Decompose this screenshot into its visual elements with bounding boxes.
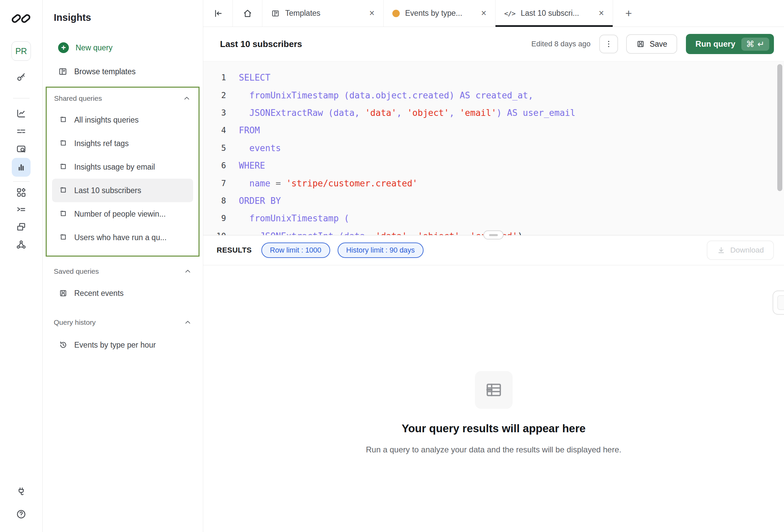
tab-label: Events by type... bbox=[405, 9, 474, 18]
plug-icon[interactable] bbox=[16, 486, 27, 497]
enter-icon: ↵ bbox=[757, 39, 764, 49]
home-button[interactable] bbox=[233, 0, 262, 27]
run-query-button[interactable]: Run query ⌘ ↵ bbox=[686, 34, 774, 54]
sidebar-item-users-who-have-run-a-qu[interactable]: Users who have run a qu... bbox=[52, 226, 193, 249]
app-logo-icon[interactable] bbox=[10, 12, 32, 25]
doc-search-icon[interactable] bbox=[16, 144, 27, 155]
line-number: 6 bbox=[203, 161, 226, 170]
orange-dot-icon bbox=[392, 10, 400, 17]
save-button[interactable]: Save bbox=[626, 34, 677, 54]
new-query-button[interactable]: + New query bbox=[43, 38, 203, 57]
key-icon[interactable] bbox=[16, 72, 27, 82]
insights-sidebar: Insights + New query Browse templates Sh… bbox=[43, 0, 203, 532]
plus-circle-icon: + bbox=[58, 42, 69, 53]
saved-queries-title: Saved queries bbox=[54, 267, 99, 275]
sidebar-item-insights-ref-tags[interactable]: Insights ref tags bbox=[52, 132, 193, 155]
windows-icon[interactable] bbox=[16, 222, 27, 232]
shared-queries-list: All insights queriesInsights ref tagsIns… bbox=[47, 108, 198, 249]
code-text: FROM bbox=[226, 125, 260, 135]
tab-events-by-type[interactable]: Events by type...× bbox=[384, 0, 496, 27]
shared-query-icon bbox=[59, 115, 67, 124]
tab-templates[interactable]: Templates× bbox=[262, 0, 384, 27]
table-icon bbox=[475, 371, 512, 409]
chevron-up-icon[interactable] bbox=[183, 94, 191, 103]
code-line: 9 fromUnixTimestamp ( bbox=[203, 209, 784, 227]
query-history-header[interactable]: Query history bbox=[43, 313, 203, 332]
template-icon bbox=[271, 9, 280, 18]
side-panel-toggle-inner bbox=[777, 295, 784, 310]
results-area: Your query results will appear here Run … bbox=[203, 265, 784, 532]
query-history-title: Query history bbox=[54, 318, 96, 327]
shapes-icon[interactable] bbox=[16, 187, 27, 198]
save-label: Save bbox=[650, 39, 667, 49]
empty-results-title: Your query results will appear here bbox=[339, 422, 648, 435]
line-chart-icon[interactable] bbox=[16, 108, 27, 119]
avatar[interactable]: PR bbox=[11, 41, 31, 61]
tab-last-10-subscri[interactable]: </>Last 10 subscri...× bbox=[496, 0, 613, 27]
empty-results-state: Your query results will appear here Run … bbox=[339, 371, 648, 456]
code-text: JSONExtractRaw (data, 'data', 'object', … bbox=[226, 108, 576, 118]
close-icon[interactable]: × bbox=[368, 8, 376, 19]
resize-handle-grip bbox=[489, 234, 498, 236]
bar-chart-icon-active[interactable] bbox=[12, 158, 31, 177]
collapse-sidebar-button[interactable] bbox=[203, 0, 233, 27]
shared-query-icon bbox=[59, 186, 67, 195]
browse-templates-label: Browse templates bbox=[74, 67, 136, 76]
code-lines: 1SELECT2 fromUnixTimestamp (data.object.… bbox=[203, 61, 784, 235]
webhook-icon[interactable] bbox=[16, 239, 27, 250]
line-number: 10 bbox=[203, 231, 226, 235]
code-text: WHERE bbox=[226, 161, 265, 171]
sidebar-item-all-insights-queries[interactable]: All insights queries bbox=[52, 108, 193, 132]
code-line: 7 name = 'stripe/customer.created' bbox=[203, 174, 784, 192]
browse-templates-button[interactable]: Browse templates bbox=[43, 62, 203, 81]
shared-queries-header[interactable]: Shared queries bbox=[47, 92, 198, 105]
saved-queries-list: Recent events bbox=[43, 281, 203, 305]
new-tab-button[interactable]: + bbox=[613, 0, 645, 27]
sidebar-item-last-10-subscribers[interactable]: Last 10 subscribers bbox=[52, 179, 193, 202]
download-button[interactable]: Download bbox=[707, 241, 774, 260]
code-text: JSONExtractInt (data, 'data', 'object', … bbox=[226, 231, 523, 235]
template-icon bbox=[58, 67, 67, 76]
chevron-up-icon[interactable] bbox=[184, 318, 192, 327]
code-text: events bbox=[226, 143, 281, 153]
line-number: 3 bbox=[203, 108, 226, 117]
close-icon[interactable]: × bbox=[597, 8, 605, 19]
help-icon[interactable] bbox=[16, 509, 27, 520]
query-title: Last 10 subscribers bbox=[220, 39, 531, 49]
shared-queries-title: Shared queries bbox=[54, 94, 102, 103]
side-panel-toggle[interactable] bbox=[773, 290, 784, 315]
query-header: Last 10 subscribers Edited 8 days ago Sa… bbox=[203, 27, 784, 61]
close-icon[interactable]: × bbox=[480, 8, 488, 19]
sidebar-item-recent-events[interactable]: Recent events bbox=[43, 281, 203, 305]
results-limit-pills: Row limit : 1000History limit : 90 days bbox=[261, 243, 424, 258]
rail-divider bbox=[13, 181, 30, 182]
line-number: 5 bbox=[203, 143, 226, 153]
sidebar-title: Insights bbox=[54, 12, 91, 23]
shared-query-icon bbox=[59, 209, 67, 218]
new-query-label: New query bbox=[76, 43, 113, 52]
sidebar-item-label: Insights ref tags bbox=[74, 139, 129, 148]
chevron-up-icon[interactable] bbox=[184, 267, 192, 276]
editor-scrollbar[interactable] bbox=[777, 64, 782, 191]
code-text: name = 'stripe/customer.created' bbox=[226, 178, 418, 189]
sidebar-item-number-of-people-viewin[interactable]: Number of people viewin... bbox=[52, 202, 193, 226]
sidebar-item-events-by-type-per-hour[interactable]: Events by type per hour bbox=[43, 333, 203, 357]
sidebar-item-label: All insights queries bbox=[74, 115, 139, 124]
code-line: 2 fromUnixTimestamp (data.object.created… bbox=[203, 86, 784, 104]
sidebar-item-label: Last 10 subscribers bbox=[74, 186, 141, 195]
sql-editor[interactable]: 1SELECT2 fromUnixTimestamp (data.object.… bbox=[203, 61, 784, 235]
line-number: 1 bbox=[203, 73, 226, 82]
empty-results-subtext: Run a query to analyze your data and the… bbox=[346, 443, 642, 456]
more-options-button[interactable] bbox=[599, 35, 618, 53]
shared-query-icon bbox=[59, 233, 67, 242]
cmd-icon: ⌘ bbox=[746, 39, 754, 49]
saved-queries-header[interactable]: Saved queries bbox=[43, 262, 203, 281]
results-limit-pill-row-limit-1000[interactable]: Row limit : 1000 bbox=[261, 243, 330, 258]
sidebar-item-insights-usage-by-email[interactable]: Insights usage by email bbox=[52, 155, 193, 179]
results-limit-pill-history-limit-90-days[interactable]: History limit : 90 days bbox=[338, 243, 424, 258]
terminal-icon[interactable] bbox=[16, 204, 27, 215]
resize-handle[interactable] bbox=[483, 230, 504, 240]
filters-icon[interactable] bbox=[16, 126, 27, 137]
code-text: fromUnixTimestamp (data.object.created) … bbox=[226, 90, 533, 101]
shared-query-icon bbox=[59, 163, 67, 171]
